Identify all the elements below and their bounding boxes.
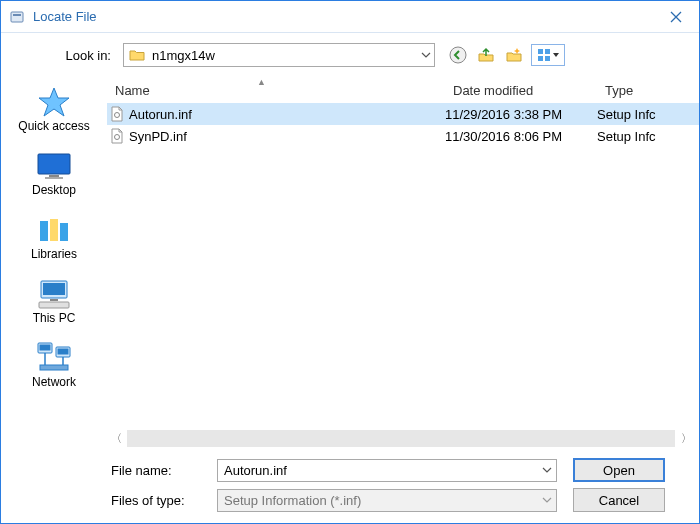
svg-rect-16 [50, 299, 58, 301]
svg-rect-0 [11, 12, 23, 22]
filename-row: File name: Autorun.inf Open [107, 455, 691, 485]
lookin-label: Look in: [13, 48, 123, 63]
lookin-toolbar: Look in: n1mgx14w [1, 33, 699, 77]
place-label: Network [32, 375, 76, 389]
lookin-folder-name: n1mgx14w [146, 48, 416, 63]
place-label: Quick access [18, 119, 89, 133]
lookin-combo[interactable]: n1mgx14w [123, 43, 435, 67]
filename-label: File name: [107, 463, 217, 478]
new-folder-button[interactable] [503, 44, 525, 66]
bottom-panel: File name: Autorun.inf Open Files of typ… [107, 453, 699, 523]
place-desktop[interactable]: Desktop [32, 149, 76, 197]
place-label: This PC [33, 311, 76, 325]
chevron-down-icon[interactable] [416, 44, 434, 66]
view-menu-button[interactable] [531, 44, 565, 66]
svg-rect-13 [60, 223, 68, 241]
svg-rect-21 [57, 349, 68, 355]
svg-rect-5 [538, 56, 543, 61]
place-label: Desktop [32, 183, 76, 197]
file-row[interactable]: Autorun.inf 11/29/2016 3:38 PM Setup Inf… [107, 103, 699, 125]
svg-rect-3 [538, 49, 543, 54]
svg-point-2 [450, 47, 466, 63]
file-date: 11/29/2016 3:38 PM [445, 107, 597, 122]
filter-row: Files of type: Setup Information (*.inf)… [107, 485, 691, 515]
place-label: Libraries [31, 247, 77, 261]
scroll-track[interactable] [127, 430, 675, 447]
file-icon [107, 106, 127, 122]
file-type: Setup Infc [597, 107, 699, 122]
titlebar: Locate File [1, 1, 699, 33]
place-this-pc[interactable]: This PC [33, 277, 76, 325]
column-headers: ▲ Name Date modified Type [107, 77, 699, 103]
svg-rect-15 [43, 283, 65, 295]
column-date[interactable]: Date modified [445, 83, 597, 98]
libraries-icon [34, 213, 74, 247]
svg-rect-1 [13, 14, 21, 16]
file-name: SynPD.inf [127, 129, 445, 144]
place-quick-access[interactable]: Quick access [18, 85, 89, 133]
window-title: Locate File [33, 9, 653, 24]
file-type: Setup Infc [597, 129, 699, 144]
svg-rect-12 [50, 219, 58, 241]
file-name: Autorun.inf [127, 107, 445, 122]
filter-value: Setup Information (*.inf) [218, 493, 538, 508]
chevron-down-icon[interactable] [538, 460, 556, 481]
column-name[interactable]: Name [107, 83, 445, 98]
file-row[interactable]: SynPD.inf 11/30/2016 8:06 PM Setup Infc [107, 125, 699, 147]
column-type[interactable]: Type [597, 83, 699, 98]
place-libraries[interactable]: Libraries [31, 213, 77, 261]
svg-rect-9 [49, 175, 59, 177]
dialog-window: Locate File Look in: n1mgx14w [0, 0, 700, 524]
network-icon [34, 341, 74, 375]
svg-rect-6 [545, 56, 550, 61]
scroll-right-icon[interactable]: 〉 [677, 430, 695, 447]
back-button[interactable] [447, 44, 469, 66]
chevron-down-icon[interactable] [538, 490, 556, 511]
cancel-button[interactable]: Cancel [573, 488, 665, 512]
svg-rect-19 [39, 345, 50, 351]
close-button[interactable] [653, 1, 699, 33]
sort-indicator-icon: ▲ [257, 77, 266, 87]
places-sidebar: Quick access Desktop Libraries This PC [1, 77, 107, 523]
file-date: 11/30/2016 8:06 PM [445, 129, 597, 144]
dialog-body: Quick access Desktop Libraries This PC [1, 77, 699, 523]
place-network[interactable]: Network [32, 341, 76, 389]
file-panel: ▲ Name Date modified Type Autorun.inf 11… [107, 77, 699, 523]
app-icon [9, 9, 25, 25]
file-icon [107, 128, 127, 144]
svg-rect-17 [39, 302, 69, 308]
filename-value: Autorun.inf [218, 463, 538, 478]
filter-combo[interactable]: Setup Information (*.inf) [217, 489, 557, 512]
star-icon [34, 85, 74, 119]
svg-rect-7 [38, 154, 70, 174]
scroll-left-icon[interactable]: 〈 [107, 430, 125, 447]
svg-rect-10 [45, 177, 63, 179]
filename-combo[interactable]: Autorun.inf [217, 459, 557, 482]
folder-icon [128, 46, 146, 64]
horizontal-scrollbar[interactable]: 〈 〉 [107, 429, 699, 447]
svg-rect-4 [545, 49, 550, 54]
open-button[interactable]: Open [573, 458, 665, 482]
svg-rect-22 [40, 365, 68, 370]
file-list[interactable]: Autorun.inf 11/29/2016 3:38 PM Setup Inf… [107, 103, 699, 429]
nav-buttons [447, 44, 565, 66]
svg-rect-11 [40, 221, 48, 241]
filter-label: Files of type: [107, 493, 217, 508]
pc-icon [34, 277, 74, 311]
up-button[interactable] [475, 44, 497, 66]
desktop-icon [34, 149, 74, 183]
